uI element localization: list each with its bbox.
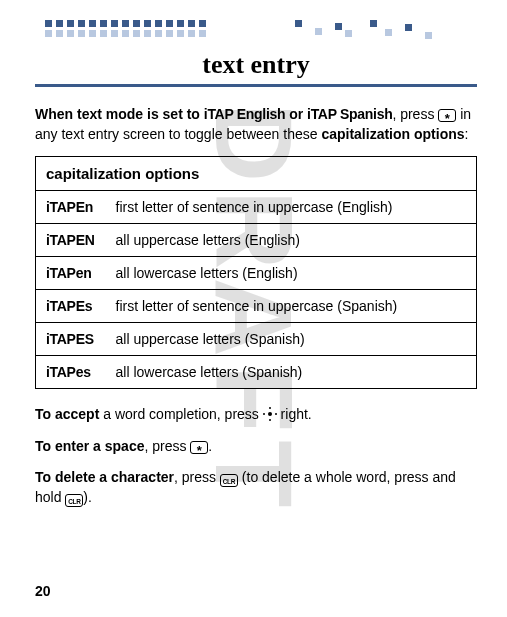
space-t1: , press [144,438,190,454]
delete-paragraph: To delete a character, press (to delete … [35,468,477,507]
accept-t1: a word completion, press [99,406,262,422]
intro-post1: , press [392,106,438,122]
accept-paragraph: To accept a word completion, press right… [35,405,477,425]
table-key: iTAPEn [36,191,106,224]
delete-t1: , press [174,469,220,485]
table-value: all uppercase letters (English) [106,224,477,257]
intro-paragraph: When text mode is set to iTAP English or… [35,105,477,144]
table-value: all lowercase letters (Spanish) [106,356,477,389]
delete-t3: ). [83,489,92,505]
table-row: iTAPENall uppercase letters (English) [36,224,477,257]
table-value: first letter of sentence in uppercase (S… [106,290,477,323]
clr-key-icon [65,494,83,507]
intro-cap-label: capitalization options [321,126,464,142]
table-value: all lowercase letters (English) [106,257,477,290]
star-key-icon [438,109,456,122]
clr-key-icon [220,474,238,487]
intro-pre: When text mode is set to [35,106,200,122]
accept-t2: right. [277,406,312,422]
table-row: iTAPesall lowercase letters (Spanish) [36,356,477,389]
capitalization-table: capitalization options iTAPEnfirst lette… [35,156,477,389]
table-row: iTAPEsfirst letter of sentence in upperc… [36,290,477,323]
page-content: text entry When text mode is set to iTAP… [0,0,507,540]
mode-english: iTAP English [204,106,285,122]
table-row: iTAPESall uppercase letters (Spanish) [36,323,477,356]
table-value: all uppercase letters (Spanish) [106,323,477,356]
delete-bold: To delete a character [35,469,174,485]
page-number: 20 [35,583,51,599]
table-key: iTAPES [36,323,106,356]
table-key: iTAPen [36,257,106,290]
table-header: capitalization options [36,157,477,191]
table-row: iTAPEnfirst letter of sentence in upperc… [36,191,477,224]
table-key: iTAPEs [36,290,106,323]
table-value: first letter of sentence in uppercase (E… [106,191,477,224]
table-key: iTAPes [36,356,106,389]
space-paragraph: To enter a space, press . [35,437,477,457]
accept-bold: To accept [35,406,99,422]
space-t2: . [208,438,212,454]
intro-post3: : [465,126,469,142]
mode-spanish: iTAP Spanish [307,106,392,122]
nav-key-icon [263,407,277,421]
header-decoration [35,20,477,60]
table-key: iTAPEN [36,224,106,257]
table-row: iTAPenall lowercase letters (English) [36,257,477,290]
title-underline [35,84,477,87]
intro-or: or [289,106,303,122]
star-key-icon [190,441,208,454]
space-bold: To enter a space [35,438,144,454]
